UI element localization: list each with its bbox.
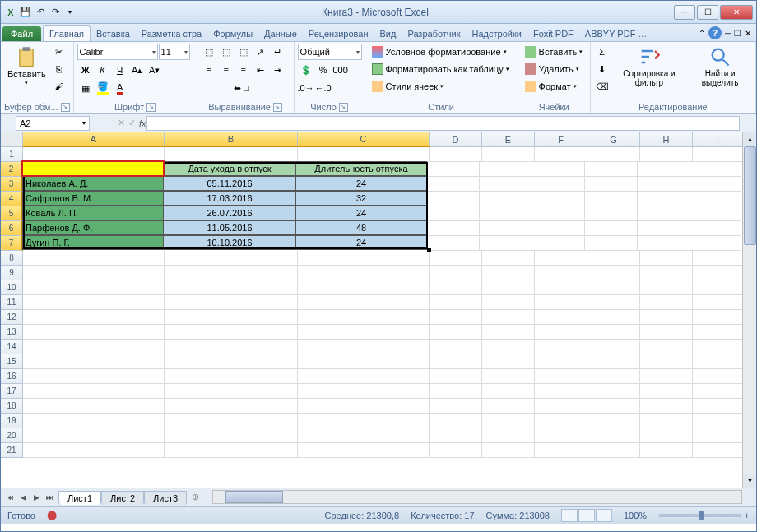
cell-F5[interactable] bbox=[532, 206, 585, 221]
cell-I12[interactable] bbox=[693, 310, 744, 325]
underline-button[interactable]: Ч bbox=[112, 62, 128, 78]
format-cells-button[interactable]: Формат▾ bbox=[522, 78, 587, 95]
align-launcher-icon[interactable]: ↘ bbox=[273, 103, 282, 112]
cell-H4[interactable] bbox=[638, 192, 690, 206]
zoom-out-icon[interactable]: − bbox=[650, 511, 655, 520]
cell-B17[interactable] bbox=[165, 384, 298, 399]
cell-D7[interactable] bbox=[427, 236, 480, 251]
column-header-E[interactable]: E bbox=[482, 132, 535, 147]
cell-F6[interactable] bbox=[532, 221, 585, 236]
row-header-4[interactable]: 4 bbox=[1, 192, 23, 206]
sheet-tab-Лист1[interactable]: Лист1 bbox=[58, 491, 101, 505]
cell-E2[interactable] bbox=[480, 162, 532, 177]
increase-decimal-icon[interactable]: .0→ bbox=[298, 80, 314, 96]
row-header-17[interactable]: 17 bbox=[1, 384, 23, 399]
cell-F1[interactable] bbox=[535, 147, 587, 162]
cell-C6[interactable]: 48 bbox=[295, 220, 427, 235]
row-header-1[interactable]: 1 bbox=[1, 147, 23, 162]
cell-C15[interactable] bbox=[298, 354, 430, 369]
cell-A17[interactable] bbox=[23, 384, 165, 399]
cell-B15[interactable] bbox=[165, 354, 298, 369]
cell-H14[interactable] bbox=[640, 340, 693, 354]
row-header-8[interactable]: 8 bbox=[1, 251, 23, 266]
select-all-button[interactable] bbox=[1, 132, 23, 147]
cell-H20[interactable] bbox=[640, 428, 693, 443]
cell-F11[interactable] bbox=[535, 295, 587, 310]
tab-abbyy pdf tran[interactable]: ABBYY PDF Tran bbox=[579, 26, 653, 41]
cell-H21[interactable] bbox=[640, 443, 693, 458]
cell-I15[interactable] bbox=[693, 354, 744, 369]
cell-G20[interactable] bbox=[587, 428, 640, 443]
tab-данные[interactable]: Данные bbox=[258, 26, 303, 41]
cell-C21[interactable] bbox=[298, 443, 430, 458]
cell-D1[interactable] bbox=[430, 147, 482, 162]
insert-cells-button[interactable]: Вставить▾ bbox=[522, 44, 587, 60]
cell-styles-button[interactable]: Стили ячеек▾ bbox=[369, 78, 513, 95]
cell-A9[interactable] bbox=[23, 266, 165, 280]
row-header-6[interactable]: 6 bbox=[1, 221, 23, 236]
column-header-C[interactable]: C bbox=[298, 132, 430, 147]
cell-A19[interactable] bbox=[23, 414, 165, 428]
cell-B1[interactable] bbox=[165, 147, 298, 162]
prev-sheet-icon[interactable]: ◀ bbox=[17, 492, 29, 503]
file-tab[interactable]: Файл bbox=[2, 26, 41, 41]
font-color-button[interactable]: A bbox=[112, 80, 128, 96]
column-header-I[interactable]: I bbox=[693, 132, 744, 147]
bold-button[interactable]: Ж bbox=[77, 62, 94, 78]
cell-G2[interactable] bbox=[585, 162, 638, 177]
enter-formula-icon[interactable]: ✓ bbox=[128, 118, 136, 128]
cell-G16[interactable] bbox=[587, 369, 640, 384]
cell-H9[interactable] bbox=[640, 266, 693, 280]
doc-close-icon[interactable]: ✕ bbox=[745, 29, 751, 38]
cell-I14[interactable] bbox=[693, 340, 744, 354]
cell-I17[interactable] bbox=[693, 384, 744, 399]
align-left-icon[interactable]: ≡ bbox=[201, 62, 217, 78]
cell-C20[interactable] bbox=[298, 428, 430, 443]
vertical-scrollbar[interactable]: ▲ ▼ bbox=[742, 132, 756, 488]
column-header-G[interactable]: G bbox=[587, 132, 640, 147]
cell-D20[interactable] bbox=[430, 428, 482, 443]
cell-A6[interactable]: Парфенов Д. Ф. bbox=[22, 220, 164, 235]
cell-C5[interactable]: 24 bbox=[295, 206, 427, 220]
cell-H18[interactable] bbox=[640, 399, 693, 414]
cell-D17[interactable] bbox=[430, 384, 482, 399]
cell-F17[interactable] bbox=[535, 384, 587, 399]
cell-D19[interactable] bbox=[430, 414, 482, 428]
cell-F8[interactable] bbox=[535, 251, 587, 266]
cell-H6[interactable] bbox=[638, 221, 690, 236]
clear-icon[interactable]: ⌫ bbox=[594, 78, 611, 95]
cell-A1[interactable] bbox=[23, 147, 165, 162]
font-name-combo[interactable]: Calibri▾ bbox=[77, 44, 158, 60]
row-header-9[interactable]: 9 bbox=[1, 266, 23, 280]
cell-I4[interactable] bbox=[690, 192, 741, 206]
zoom-level[interactable]: 100% bbox=[624, 511, 647, 520]
tab-разметка стра[interactable]: Разметка стра bbox=[136, 26, 207, 41]
cell-H19[interactable] bbox=[640, 414, 693, 428]
align-center-icon[interactable]: ≡ bbox=[218, 62, 235, 78]
cell-G3[interactable] bbox=[585, 177, 638, 192]
maximize-button[interactable]: ☐ bbox=[697, 5, 718, 20]
tab-разработчик[interactable]: Разработчик bbox=[402, 26, 466, 41]
cell-G8[interactable] bbox=[587, 251, 640, 266]
cell-F3[interactable] bbox=[532, 177, 585, 192]
column-header-H[interactable]: H bbox=[640, 132, 693, 147]
cell-F12[interactable] bbox=[535, 310, 587, 325]
tab-foxit pdf[interactable]: Foxit PDF bbox=[527, 26, 579, 41]
tab-вид[interactable]: Вид bbox=[374, 26, 402, 41]
cell-H17[interactable] bbox=[640, 384, 693, 399]
page-layout-view-button[interactable] bbox=[578, 509, 595, 522]
cell-C8[interactable] bbox=[298, 251, 430, 266]
cell-G21[interactable] bbox=[587, 443, 640, 458]
cell-F10[interactable] bbox=[535, 280, 587, 295]
row-header-7[interactable]: 7 bbox=[1, 236, 23, 251]
cell-I11[interactable] bbox=[693, 295, 744, 310]
row-header-15[interactable]: 15 bbox=[1, 354, 23, 369]
cell-E3[interactable] bbox=[480, 177, 532, 192]
cell-D5[interactable] bbox=[427, 206, 480, 221]
row-header-19[interactable]: 19 bbox=[1, 414, 23, 428]
sheet-tab-Лист2[interactable]: Лист2 bbox=[101, 491, 144, 505]
cell-G5[interactable] bbox=[585, 206, 638, 221]
close-button[interactable]: ✕ bbox=[720, 5, 753, 20]
cell-C14[interactable] bbox=[298, 340, 430, 354]
cell-F2[interactable] bbox=[532, 162, 585, 177]
